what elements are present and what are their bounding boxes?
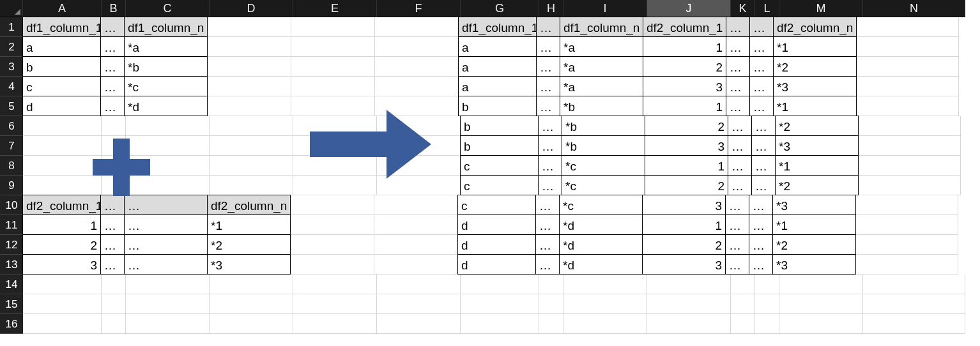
cell-J2[interactable]: 1 <box>643 36 726 57</box>
cell-J11[interactable]: 1 <box>642 214 726 235</box>
cell-E9[interactable] <box>293 176 377 195</box>
cell-C9[interactable] <box>126 176 210 195</box>
cell-I14[interactable] <box>563 275 647 294</box>
cell-N8[interactable] <box>859 156 961 176</box>
cell-F4[interactable] <box>375 77 459 96</box>
cell-N10[interactable] <box>856 195 958 215</box>
cell-I7[interactable]: *b <box>562 135 645 156</box>
row-header-9[interactable]: 9 <box>0 176 23 195</box>
cell-J4[interactable]: 3 <box>643 76 726 96</box>
cell-E12[interactable] <box>291 235 374 255</box>
cell-A12[interactable]: 2 <box>22 234 101 255</box>
cell-G3[interactable]: a <box>458 56 537 77</box>
cell-L4[interactable]: … <box>749 76 774 96</box>
cell-N12[interactable] <box>856 235 958 255</box>
cell-B16[interactable] <box>102 314 126 334</box>
cell-E13[interactable] <box>291 255 374 275</box>
cell-G15[interactable] <box>461 294 539 314</box>
cell-M7[interactable]: *3 <box>775 135 859 156</box>
cell-N16[interactable] <box>863 314 965 334</box>
cell-A14[interactable] <box>23 275 102 294</box>
cell-H5[interactable]: … <box>536 96 560 116</box>
cell-K12[interactable]: … <box>725 234 749 255</box>
cell-M10[interactable]: *3 <box>772 195 856 215</box>
cell-F10[interactable] <box>374 195 458 215</box>
cell-G7[interactable]: b <box>460 135 539 156</box>
cell-F5[interactable] <box>375 96 459 116</box>
cell-N5[interactable] <box>857 96 959 116</box>
column-header-D[interactable]: D <box>210 0 293 17</box>
row-header-11[interactable]: 11 <box>0 215 23 235</box>
cell-E14[interactable] <box>293 275 377 294</box>
cell-I12[interactable]: *d <box>559 234 643 255</box>
cell-M4[interactable]: *3 <box>773 76 857 96</box>
cell-N3[interactable] <box>857 57 959 77</box>
cell-F6[interactable] <box>377 116 461 136</box>
cell-H16[interactable] <box>539 314 563 334</box>
cell-E4[interactable] <box>291 77 375 96</box>
cell-J7[interactable]: 3 <box>645 135 728 156</box>
cell-D4[interactable] <box>208 77 291 96</box>
cell-K8[interactable]: … <box>728 155 752 176</box>
column-header-A[interactable]: A <box>23 0 102 17</box>
cell-N6[interactable] <box>859 116 961 136</box>
row-header-14[interactable]: 14 <box>0 275 23 294</box>
cell-D1[interactable] <box>208 17 291 37</box>
cell-F12[interactable] <box>374 235 458 255</box>
cell-F9[interactable] <box>377 176 461 195</box>
cell-M3[interactable]: *2 <box>773 56 857 77</box>
column-header-F[interactable]: F <box>377 0 461 17</box>
cell-H7[interactable]: … <box>538 135 562 156</box>
cell-A8[interactable] <box>23 156 102 176</box>
cell-M1[interactable]: df2_column_n <box>773 17 857 37</box>
column-header-J[interactable]: J <box>647 0 731 17</box>
cell-K1[interactable]: … <box>726 17 750 37</box>
cell-G13[interactable]: d <box>457 254 536 275</box>
cell-I8[interactable]: *c <box>562 155 645 176</box>
cell-C13[interactable]: … <box>124 254 208 275</box>
cell-G9[interactable]: c <box>460 175 539 195</box>
cell-I13[interactable]: *d <box>559 254 643 275</box>
cell-C2[interactable]: *a <box>124 36 208 57</box>
cell-G12[interactable]: d <box>457 234 536 255</box>
cell-M5[interactable]: *1 <box>773 96 857 116</box>
cell-L5[interactable]: … <box>749 96 774 116</box>
cell-B15[interactable] <box>102 294 126 314</box>
cell-K3[interactable]: … <box>726 56 750 77</box>
cell-D3[interactable] <box>208 57 291 77</box>
cell-I5[interactable]: *b <box>560 96 643 116</box>
cell-H2[interactable]: … <box>536 36 560 57</box>
row-header-6[interactable]: 6 <box>0 116 23 136</box>
cell-L7[interactable]: … <box>751 135 776 156</box>
cell-F7[interactable] <box>377 136 461 156</box>
cell-B12[interactable]: … <box>100 234 125 255</box>
row-header-12[interactable]: 12 <box>0 235 23 255</box>
cell-I4[interactable]: *a <box>560 76 643 96</box>
cell-L3[interactable]: … <box>749 56 774 77</box>
cell-J5[interactable]: 1 <box>643 96 726 116</box>
cell-D2[interactable] <box>208 37 291 57</box>
row-header-10[interactable]: 10 <box>0 195 23 215</box>
cell-H6[interactable]: … <box>538 116 562 136</box>
cell-D10[interactable]: df2_column_n <box>207 195 291 215</box>
cell-M9[interactable]: *2 <box>775 175 859 195</box>
cell-D11[interactable]: *1 <box>207 214 291 235</box>
cell-M12[interactable]: *2 <box>772 234 856 255</box>
cell-I15[interactable] <box>563 294 647 314</box>
cell-M8[interactable]: *1 <box>775 155 859 176</box>
cell-N9[interactable] <box>859 176 961 195</box>
cell-A2[interactable]: a <box>22 36 101 57</box>
cell-N4[interactable] <box>857 77 959 96</box>
cell-N13[interactable] <box>856 255 958 275</box>
cell-B3[interactable]: … <box>100 56 125 77</box>
select-all-button[interactable] <box>0 0 23 17</box>
row-header-16[interactable]: 16 <box>0 314 23 334</box>
cell-G4[interactable]: a <box>458 76 537 96</box>
cell-B11[interactable]: … <box>100 214 125 235</box>
cell-L10[interactable]: … <box>749 195 773 215</box>
cell-I16[interactable] <box>563 314 647 334</box>
cell-M14[interactable] <box>779 275 863 294</box>
cell-D15[interactable] <box>210 294 293 314</box>
cell-A7[interactable] <box>23 136 102 156</box>
row-header-15[interactable]: 15 <box>0 294 23 314</box>
